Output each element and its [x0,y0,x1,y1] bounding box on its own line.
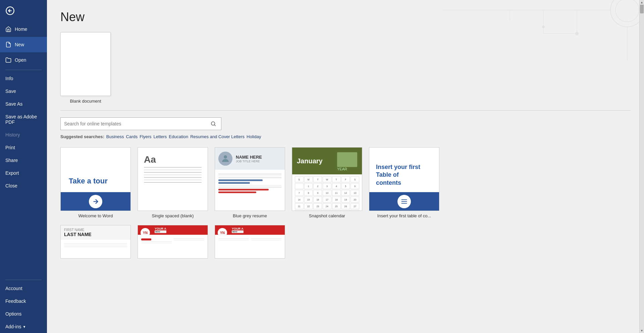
sidebar-item-print[interactable]: Print [0,141,47,154]
sidebar-item-add-ins[interactable]: Add-ins ▼ [0,320,47,333]
mod-name2: YOUR A [232,227,244,230]
resume2-lastname: LAST NAME [64,232,127,237]
single-line-3 [144,172,202,173]
sidebar-item-save[interactable]: Save [0,85,47,98]
calendar-row: 123456 [295,183,359,189]
sidebar-divider-1 [5,70,42,70]
sidebar-item-new[interactable]: New [0,37,47,52]
sidebar-item-home[interactable]: Home [0,21,47,37]
resume-body [215,170,285,211]
single-line-5 [144,177,202,178]
sidebar: Home New Open Info Save Save As Save as … [0,0,47,333]
add-ins-arrow-icon: ▼ [22,325,26,329]
open-icon [5,57,11,63]
blank-doc-label: Blank document [60,99,111,104]
mod-body2 [215,235,285,258]
sidebar-item-account[interactable]: Account [0,282,47,295]
template-card-toc[interactable]: Insert your firstTable ofcontents [369,147,439,218]
welcome-tour-text: Take a tour [61,170,130,192]
svg-point-16 [224,155,227,159]
welcome-arrow-icon [89,195,102,208]
sidebar-item-info[interactable]: Info [0,72,47,85]
template-label-welcome: Welcome to Word [60,213,131,218]
template-grid: Take a tour Welcome to Word [60,147,631,218]
template-card-welcome[interactable]: Take a tour Welcome to Word [60,147,131,218]
suggested-link-letters[interactable]: Letters [154,134,167,139]
back-button[interactable] [0,0,47,21]
sidebar-item-save-as-pdf[interactable]: Save as Adobe PDF [0,110,47,128]
svg-point-13 [211,122,215,125]
template-label-resume: Blue grey resume [215,213,285,218]
suggested-link-education[interactable]: Education [169,134,188,139]
sidebar-item-open[interactable]: Open [0,52,47,68]
resume-name: NAME HERE [236,155,262,160]
resume2-header: FIRST NAME LAST NAME [61,225,130,240]
mod-resume-header: YN YOUR A MOO [138,225,208,235]
calendar-row: 78910111213 [295,190,359,196]
new-doc-icon [5,42,11,48]
template-card-resume[interactable]: NAME HERE JOB TITLE HERE [215,147,285,218]
resume2-firstname: FIRST NAME [64,228,127,232]
svg-point-10 [542,25,545,28]
mod-logo: MOO [155,230,166,233]
main-scroll-area[interactable]: New Blank document Suggested searches: B… [47,0,644,333]
template-card-resume2[interactable]: FIRST NAME LAST NAME [60,225,131,259]
sidebar-item-options[interactable]: Options [0,308,47,320]
svg-line-14 [214,125,215,126]
resume2-body [61,240,130,258]
calendar-row: 14151617181920 [295,197,359,203]
template-card-single[interactable]: Aa Single spaced (blank) [138,147,208,218]
single-aa-text: Aa [144,154,202,165]
open-label: Open [15,57,26,63]
suggested-link-business[interactable]: Business [106,134,124,139]
sidebar-item-history: History [0,128,47,141]
search-icon [210,121,216,127]
suggested-link-flyers[interactable]: Flyers [140,134,151,139]
single-line-4 [144,175,202,175]
template-thumb-welcome: Take a tour [60,147,131,211]
blank-doc-area: Blank document [60,32,631,111]
template-card-mod-resume2[interactable]: YN YOUR A MOO [215,225,285,259]
calendar-body: SMTWTFS 123456 78910111213 1415161718192… [292,174,362,211]
search-button[interactable] [209,121,218,127]
welcome-footer [61,192,130,211]
mod-col-right2 [251,237,281,256]
sidebar-item-save-as[interactable]: Save As [0,98,47,110]
calendar-row: SMTWTFS [295,176,359,182]
calendar-image [337,152,357,167]
template-label-single: Single spaced (blank) [138,213,208,218]
scrollbar-down-button[interactable]: ▼ [640,328,644,333]
scrollbar-track[interactable]: ▼ ▲ [639,0,644,333]
resume-name-block: NAME HERE JOB TITLE HERE [236,155,262,163]
scrollbar-up-button[interactable]: ▲ [640,0,644,5]
mod-col-left [141,237,172,256]
template-card-calendar[interactable]: January YEAR SMTWTFS [292,147,362,218]
suggested-link-resumes[interactable]: Resumes and Cover Letters [190,134,245,139]
template-thumb-single: Aa [138,147,208,211]
single-line-1 [144,167,202,168]
resume-avatar [218,152,232,166]
sidebar-item-export[interactable]: Export [0,167,47,179]
sidebar-item-feedback[interactable]: Feedback [0,295,47,308]
template-card-mod-resume1[interactable]: YN YOUR A MOO [138,225,208,259]
search-input[interactable] [64,121,209,126]
mod-body [138,235,208,258]
toc-footer [369,192,439,211]
calendar-month-text: January [297,157,323,165]
template-thumb-mod-resume1: YN YOUR A MOO [138,225,208,259]
suggested-link-cards[interactable]: Cards [126,134,138,139]
mod-name: YOUR A [155,227,166,230]
sidebar-item-share[interactable]: Share [0,154,47,167]
template-label-calendar: Snapshot calendar [292,213,362,218]
calendar-header: January YEAR [292,148,362,174]
home-icon [5,26,11,32]
calendar-row: 21222324252627 [295,203,359,209]
toc-text: Insert your firstTable ofcontents [369,158,439,192]
template-thumb-calendar: January YEAR SMTWTFS [292,147,362,211]
sidebar-item-close[interactable]: Close [0,179,47,192]
resume-header: NAME HERE JOB TITLE HERE [215,148,285,170]
suggested-label: Suggested searches: [60,134,104,139]
main-panel: New Blank document Suggested searches: B… [47,0,644,333]
suggested-link-holiday[interactable]: Holiday [247,134,261,139]
blank-doc-thumbnail[interactable] [60,32,111,96]
